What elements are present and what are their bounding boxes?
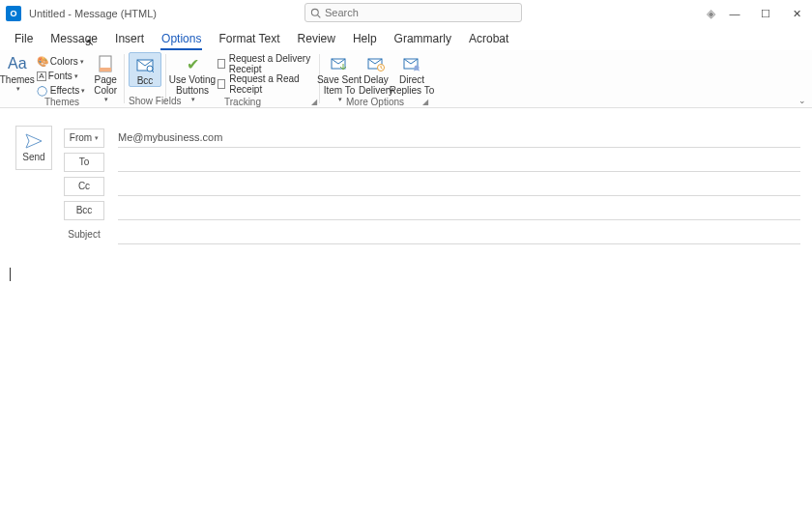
group-themes: Aa Themes 🎨 Colors A Fonts ◯ Effects — [0, 50, 124, 107]
send-button[interactable]: Send — [15, 126, 52, 170]
to-field[interactable] — [118, 153, 800, 172]
delay-delivery-button[interactable]: Delay Delivery — [359, 52, 393, 96]
tab-format-text[interactable]: Format Text — [210, 28, 288, 50]
ribbon: Aa Themes 🎨 Colors A Fonts ◯ Effects — [0, 50, 812, 108]
delay-icon — [366, 54, 386, 73]
from-label: From — [70, 132, 92, 143]
group-label-tracking: Tracking — [170, 97, 315, 108]
effects-button[interactable]: ◯ Effects — [34, 83, 88, 98]
menu-bar: File Message Insert Options Format Text … — [0, 27, 812, 50]
bcc-toggle-button[interactable]: Bcc — [129, 52, 161, 87]
colors-label: Colors — [50, 56, 78, 67]
voting-label: Use Voting Buttons — [169, 74, 216, 96]
tab-insert[interactable]: Insert — [106, 28, 153, 50]
bcc-button[interactable]: Bcc — [64, 201, 104, 220]
read-receipt-checkbox[interactable]: Request a Read Receipt — [215, 76, 315, 91]
message-body[interactable] — [15, 268, 800, 283]
delivery-receipt-label: Request a Delivery Receipt — [229, 53, 312, 74]
themes-label: Themes — [0, 74, 35, 85]
effects-icon: ◯ — [37, 85, 48, 97]
outlook-app-icon: O — [6, 6, 21, 21]
window-controls: — ☐ ✕ — [719, 0, 812, 27]
checkbox-icon — [218, 59, 225, 69]
bcc-label: Bcc — [137, 75, 154, 86]
page-color-label: Page Color — [94, 74, 117, 96]
subject-field[interactable] — [118, 225, 800, 244]
svg-line-6 — [152, 71, 154, 72]
to-button[interactable]: To — [64, 153, 104, 172]
send-icon — [25, 133, 43, 149]
tracking-launcher-icon[interactable]: ◢ — [311, 98, 317, 106]
direct-replies-label: Direct Replies To — [390, 74, 435, 96]
text-cursor-icon — [10, 268, 11, 281]
page-color-icon — [96, 54, 115, 73]
svg-rect-3 — [100, 68, 111, 71]
search-box[interactable] — [304, 3, 522, 22]
delivery-receipt-checkbox[interactable]: Request a Delivery Receipt — [215, 56, 315, 71]
collapse-ribbon-icon[interactable]: ⌄ — [798, 96, 806, 105]
search-icon — [305, 8, 325, 18]
fonts-icon: A — [37, 71, 46, 81]
cc-field[interactable] — [118, 177, 800, 196]
group-label-themes: Themes — [4, 97, 120, 108]
save-sent-icon — [330, 54, 349, 73]
direct-replies-icon — [402, 54, 421, 73]
compose-area: Send From ▾ Me@mybusiness.com To Cc Bcc … — [0, 108, 812, 283]
fonts-label: Fonts — [48, 71, 72, 81]
checkbox-icon — [218, 79, 225, 89]
close-button[interactable]: ✕ — [781, 0, 812, 27]
svg-line-1 — [317, 14, 320, 17]
tab-acrobat[interactable]: Acrobat — [460, 28, 517, 50]
group-show-fields: Bcc Show Fields — [125, 50, 165, 107]
premium-icon[interactable]: ◈ — [707, 7, 715, 20]
bcc-field[interactable] — [118, 201, 800, 220]
group-label-more-options: More Options — [324, 97, 426, 108]
cc-button[interactable]: Cc — [64, 177, 104, 196]
colors-icon: 🎨 — [37, 56, 48, 68]
voting-icon: ✔ — [183, 54, 202, 73]
direct-replies-button[interactable]: Direct Replies To — [393, 52, 430, 96]
tab-options[interactable]: Options — [153, 28, 210, 50]
themes-icon: Aa — [8, 54, 27, 73]
tab-file[interactable]: File — [6, 28, 42, 50]
more-options-launcher-icon[interactable]: ◢ — [422, 98, 428, 106]
tab-help[interactable]: Help — [344, 28, 386, 50]
window-title: Untitled - Message (HTML) — [29, 8, 157, 19]
from-button[interactable]: From ▾ — [64, 128, 104, 148]
from-field[interactable]: Me@mybusiness.com — [118, 128, 800, 148]
tab-review[interactable]: Review — [289, 28, 344, 50]
read-receipt-label: Request a Read Receipt — [229, 73, 312, 95]
themes-button[interactable]: Aa Themes — [1, 52, 34, 93]
subject-label: Subject — [64, 225, 104, 244]
header-fields: From ▾ Me@mybusiness.com To Cc Bcc Subje… — [64, 126, 800, 246]
from-value: Me@mybusiness.com — [118, 131, 222, 143]
effects-label: Effects — [50, 85, 79, 96]
save-sent-label: Save Sent Item To — [317, 74, 362, 96]
group-tracking: ✔ Use Voting Buttons Request a Delivery … — [166, 50, 319, 107]
search-input[interactable] — [325, 7, 521, 18]
fonts-button[interactable]: A Fonts — [34, 69, 88, 83]
delay-label: Delay Delivery — [359, 74, 393, 96]
maximize-button[interactable]: ☐ — [750, 0, 781, 27]
minimize-button[interactable]: — — [719, 0, 750, 27]
tab-grammarly[interactable]: Grammarly — [386, 28, 460, 50]
tab-message[interactable]: Message — [42, 28, 106, 50]
group-label-show-fields: Show Fields — [129, 96, 161, 107]
group-more-options: Save Sent Item To Delay Delivery Direct … — [320, 50, 430, 107]
bcc-icon — [135, 55, 155, 74]
chevron-down-icon: ▾ — [95, 134, 99, 142]
colors-button[interactable]: 🎨 Colors — [34, 54, 88, 69]
send-label: Send — [22, 152, 44, 162]
titlebar: O Untitled - Message (HTML) ◈ — ☐ ✕ — [0, 0, 812, 27]
svg-point-0 — [311, 9, 318, 15]
